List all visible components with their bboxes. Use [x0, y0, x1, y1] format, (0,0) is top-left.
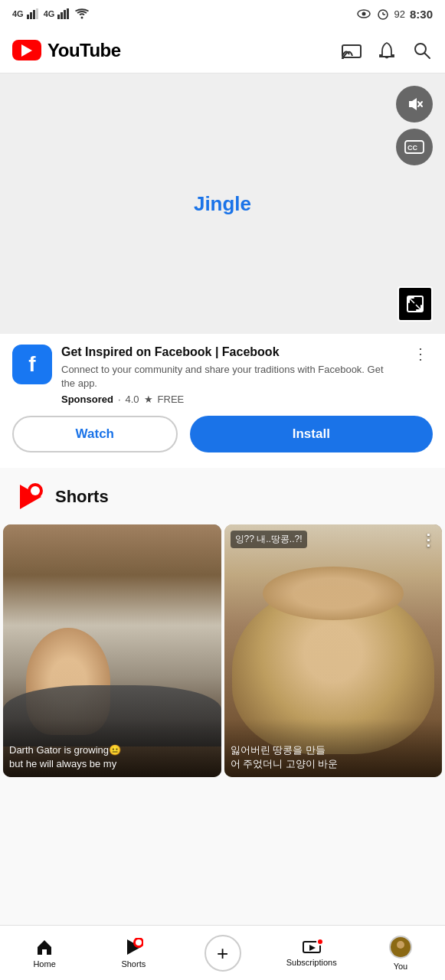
nav-you[interactable]: You	[356, 931, 445, 975]
cast-icon	[342, 42, 362, 59]
ad-more-button[interactable]: ⋮	[408, 341, 433, 366]
search-button[interactable]	[411, 40, 433, 61]
short-2-caption: 잃어버린 땅콩을 만들 어 주었더니 고양이 바운	[224, 719, 443, 777]
short-card-1[interactable]: Darth Gator is growing😐 but he will alwa…	[3, 524, 221, 777]
cc-button[interactable]: CC	[396, 129, 433, 165]
svg-point-34	[397, 941, 404, 949]
short-2-text: 잃어버린 땅콩을 만들 어 주었더니 고양이 바운	[231, 744, 339, 769]
nav-shorts-label: Shorts	[121, 959, 146, 969]
ad-app-description: Connect to your community and share your…	[61, 363, 399, 390]
signal-bars-1	[27, 8, 41, 19]
shorts-logo	[12, 480, 46, 514]
ad-star: ★	[144, 394, 153, 405]
facebook-app-icon: f	[12, 345, 52, 384]
home-icon	[35, 938, 54, 956]
ad-action-row: Watch Install	[0, 405, 445, 468]
logo-group: YouTube	[12, 40, 121, 61]
ad-sponsored-label: Sponsored	[61, 394, 113, 405]
ad-text-content: Get Inspired on Facebook | Facebook Conn…	[61, 345, 399, 405]
short-2-overlay-top: 잉?? 내..땅콩..?! ⋮	[224, 531, 443, 549]
ad-rating: 4.0	[126, 394, 139, 405]
ad-separator: ·	[118, 394, 121, 405]
notifications-button[interactable]	[376, 40, 398, 61]
status-bar: 4G 4G 92	[0, 0, 445, 28]
status-signals: 4G 4G	[12, 8, 90, 19]
avatar-svg	[392, 939, 409, 956]
signal-bars-2	[57, 8, 71, 19]
add-icon: +	[217, 943, 228, 963]
ad-free-label: FREE	[158, 394, 185, 405]
svg-text:CC: CC	[407, 144, 417, 152]
app-header: YouTube	[0, 28, 445, 74]
ad-meta-row: Sponsored · 4.0 ★ FREE	[61, 394, 399, 405]
svg-point-31	[136, 939, 142, 946]
svg-rect-1	[30, 12, 32, 19]
nav-shorts[interactable]: Shorts	[89, 933, 178, 973]
bell-icon	[378, 41, 395, 60]
cast-button[interactable]	[341, 40, 362, 61]
ad-info-card: f Get Inspired on Facebook | Facebook Co…	[0, 334, 445, 405]
short-2-more-button[interactable]: ⋮	[420, 531, 436, 549]
battery-level: 92	[394, 8, 405, 20]
bottom-spacer	[0, 777, 445, 838]
svg-rect-3	[36, 8, 38, 19]
app-title: YouTube	[47, 40, 121, 61]
search-icon	[413, 41, 431, 60]
nav-home-label: Home	[33, 959, 55, 969]
user-avatar	[389, 936, 412, 959]
shorts-grid: Darth Gator is growing😐 but he will alwa…	[0, 524, 445, 777]
clock-time: 8:30	[410, 8, 433, 21]
shorts-nav-icon	[123, 938, 143, 956]
nav-subscriptions[interactable]: Subscriptions	[267, 935, 356, 972]
add-button[interactable]: +	[205, 935, 241, 972]
svg-line-24	[409, 298, 414, 303]
nav-subscriptions-label: Subscriptions	[286, 958, 337, 967]
eye-icon	[356, 8, 371, 19]
short-1-caption: Darth Gator is growing😐 but he will alwa…	[3, 719, 221, 777]
signal-4g-1: 4G	[12, 9, 24, 18]
short-1-text: Darth Gator is growing😐 but he will alwa…	[9, 744, 121, 769]
ad-jingle-text: Jingle	[194, 192, 251, 216]
svg-line-25	[416, 305, 421, 310]
svg-rect-2	[33, 10, 35, 19]
you-icon	[389, 936, 412, 959]
subscriptions-icon	[303, 939, 321, 955]
svg-marker-33	[309, 945, 316, 951]
cc-icon: CC	[404, 140, 424, 154]
home-svg	[35, 938, 54, 956]
svg-line-17	[425, 53, 430, 58]
expand-button[interactable]	[398, 286, 433, 322]
short-2-badge: 잉?? 내..땅콩..?!	[231, 531, 307, 548]
ad-video-area[interactable]: Jingle CC	[0, 74, 445, 334]
bottom-nav: Home Shorts + Subscriptions	[0, 925, 445, 980]
svg-rect-7	[67, 8, 69, 19]
alarm-icon	[376, 7, 390, 21]
shorts-nav-svg	[123, 938, 143, 956]
status-info: 92 8:30	[356, 7, 434, 21]
svg-rect-4	[57, 15, 60, 19]
ad-app-name: Get Inspired on Facebook | Facebook	[61, 345, 399, 361]
shorts-logo-icon	[14, 482, 44, 512]
shorts-header: Shorts	[0, 480, 445, 524]
nav-home[interactable]: Home	[0, 933, 89, 973]
svg-rect-5	[61, 12, 63, 19]
mute-button[interactable]	[396, 86, 433, 122]
wifi-icon	[74, 8, 90, 19]
svg-rect-0	[27, 15, 29, 19]
nav-add[interactable]: +	[178, 935, 267, 972]
header-actions	[341, 40, 433, 61]
expand-icon	[407, 296, 424, 312]
svg-marker-18	[409, 98, 417, 110]
nav-you-label: You	[394, 962, 408, 971]
svg-rect-6	[64, 10, 66, 19]
signal-4g-2: 4G	[44, 9, 55, 18]
watch-button[interactable]: Watch	[12, 416, 178, 452]
subscriptions-notification-dot	[316, 938, 324, 946]
svg-point-28	[31, 486, 40, 495]
youtube-logo-icon[interactable]	[12, 40, 41, 60]
short-card-2[interactable]: 잉?? 내..땅콩..?! ⋮ 잃어버린 땅콩을 만들 어 주었더니 고양이 바…	[224, 524, 443, 777]
cat-head	[263, 567, 404, 620]
svg-point-8	[81, 17, 83, 19]
shorts-section: Shorts Darth Gator is growing😐 but he wi…	[0, 468, 445, 777]
install-button[interactable]: Install	[190, 416, 433, 452]
